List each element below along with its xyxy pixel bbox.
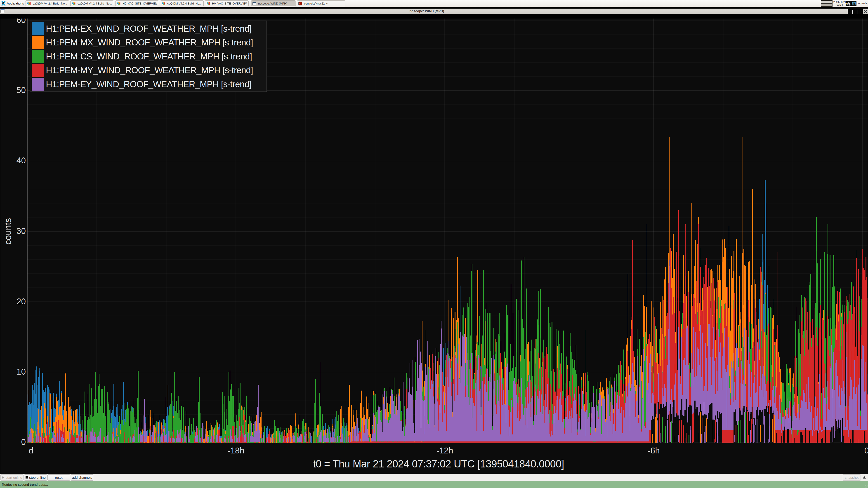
svg-text:-6h: -6h [648, 446, 659, 455]
svg-text:0: 0 [21, 437, 26, 447]
svg-text:-18h: -18h [228, 446, 244, 455]
svg-text:20: 20 [17, 297, 26, 306]
svg-text:30: 30 [17, 226, 26, 236]
svg-text:50: 50 [17, 86, 26, 95]
svg-text:0: 0 [864, 446, 868, 455]
svg-text:10: 10 [17, 367, 26, 377]
svg-text:40: 40 [17, 156, 26, 165]
svg-text:-12h: -12h [436, 446, 453, 455]
svg-text:counts: counts [3, 218, 13, 245]
svg-text:t0 = Thu Mar 21 2024 07:37:02: t0 = Thu Mar 21 2024 07:37:02 UTC [13950… [313, 458, 564, 470]
svg-text:d: d [29, 446, 33, 455]
